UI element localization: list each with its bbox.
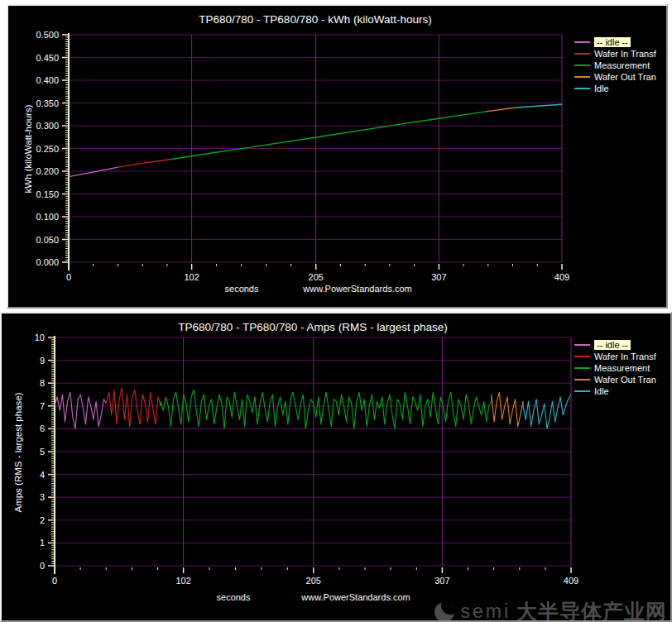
legend-label: Wafer Out Tran (594, 375, 656, 385)
legend-swatch-measurement (574, 65, 590, 66)
legend-label: Measurement (594, 60, 650, 70)
x-tick-label: 205 (306, 576, 321, 586)
powerstandards-watermark: www.PowerStandards.com (303, 284, 411, 294)
crescent-logo-icon (434, 602, 454, 622)
y-axis-ticks (48, 337, 54, 566)
legend-item-wafer-in-transf[interactable]: Wafer In Transf (574, 49, 656, 59)
legend-swatch-wafer-out (574, 76, 590, 78)
x-tick-label: 409 (554, 272, 569, 282)
y-tick-label: 0.250 (36, 144, 59, 154)
kwh-legend: -- idle -- Wafer In Transf Measurement W… (574, 37, 656, 93)
legend-swatch-wafer-in (574, 356, 590, 357)
y-tick-label: 0.300 (36, 121, 59, 131)
x-tick-label: 409 (564, 576, 578, 586)
legend-item-measurement[interactable]: Measurement (574, 60, 656, 70)
legend-label: -- idle -- (594, 340, 631, 350)
x-tick-label: 102 (175, 576, 190, 586)
legend-label: -- idle -- (594, 37, 631, 47)
y-tick-label: 10 (35, 333, 45, 342)
y-tick-label: 2 (40, 515, 45, 525)
h-gridlines (55, 337, 571, 566)
amps-legend: -- idle -- Wafer In Transf Measurement W… (574, 340, 656, 396)
logo-site-name: 大半导体产业网 (516, 598, 667, 622)
legend-swatch-measurement (574, 367, 590, 369)
series-wafer-out-tran (492, 392, 523, 426)
y-tick-label: 0.100 (36, 212, 59, 222)
screenshot-root: { "colors": { "background": "#000000", "… (0, 0, 672, 622)
y-tick-label: 7 (40, 401, 45, 411)
legend-swatch-idle (574, 344, 590, 346)
legend-label: Wafer In Transf (594, 49, 656, 59)
x-tick-label: 0 (52, 576, 57, 586)
kwh-chart-plot: 0.0000.0500.1000.1500.2000.2500.3000.350… (8, 6, 666, 307)
kwh-x-axis-label: seconds (225, 284, 259, 294)
semi-site-logo: semi 大半导体产业网 (434, 598, 667, 622)
series-idle (69, 167, 118, 177)
y-tick-label: 8 (40, 378, 45, 388)
y-tick-labels: 0.0000.0500.1000.1500.2000.2500.3000.350… (36, 30, 59, 267)
legend-swatch-idle-final (574, 390, 590, 392)
series-wafer-in-transf (118, 160, 170, 167)
kwh-chart-panel: TP680/780 - TP680/780 - kWh (kiloWatt-ho… (7, 4, 668, 309)
x-tick-label: 205 (309, 272, 324, 282)
legend-item-wafer-out-tran[interactable]: Wafer Out Tran (574, 72, 656, 82)
series-wafer-in-transf (107, 388, 161, 427)
x-tick-label: 307 (431, 272, 446, 282)
y-tick-label: 0.400 (36, 75, 59, 85)
x-tick-label: 307 (434, 576, 449, 586)
h-gridlines (69, 35, 562, 262)
y-axis-ticks (62, 35, 68, 262)
legend-label: Idle (594, 386, 609, 396)
legend-item-idle-final[interactable]: Idle (574, 386, 656, 396)
x-axis-ticks (55, 567, 571, 573)
y-tick-label: 0.150 (36, 189, 59, 199)
x-tick-label: 102 (184, 272, 199, 282)
y-tick-label: 3 (40, 492, 45, 502)
amps-chart-plot: 0123456789100102205307409 (2, 313, 670, 620)
y-tick-label: 0.500 (36, 30, 59, 40)
legend-item-measurement[interactable]: Measurement (574, 363, 656, 373)
y-tick-label: 0.200 (36, 166, 59, 176)
y-tick-label: 0 (40, 561, 45, 571)
y-tick-label: 6 (40, 423, 45, 433)
legend-item-idle-final[interactable]: Idle (574, 84, 656, 93)
amps-x-axis-label: seconds (217, 592, 251, 602)
y-tick-labels: 012345678910 (35, 333, 45, 571)
y-tick-label: 0.350 (36, 98, 59, 108)
legend-item-wafer-in-transf[interactable]: Wafer In Transf (574, 352, 656, 361)
x-axis-ticks (69, 264, 562, 270)
y-tick-label: 1 (40, 538, 45, 548)
y-tick-label: 9 (40, 356, 45, 366)
legend-swatch-idle-final (574, 88, 590, 89)
logo-brand-text: semi (460, 600, 511, 622)
legend-item-wafer-out-tran[interactable]: Wafer Out Tran (574, 375, 656, 385)
legend-swatch-wafer-out (574, 379, 590, 380)
y-tick-label: 0.450 (36, 53, 59, 63)
x-tick-label: 0 (66, 272, 71, 282)
series-wafer-out-tran (486, 108, 516, 112)
legend-item-idle-selected[interactable]: -- idle -- (574, 37, 656, 47)
legend-label: Measurement (594, 363, 650, 373)
series-idle (523, 395, 571, 428)
x-tick-labels: 0102205307409 (66, 272, 569, 282)
amps-chart-panel: TP680/780 - TP680/780 - Amps (RMS - larg… (0, 312, 672, 622)
series (69, 104, 562, 176)
series-idle (55, 392, 107, 428)
legend-swatch-idle (574, 41, 590, 43)
legend-label: Wafer Out Tran (594, 72, 656, 82)
x-tick-labels: 0102205307409 (52, 576, 578, 586)
y-tick-label: 4 (40, 470, 45, 480)
y-tick-label: 0.000 (36, 257, 59, 267)
series-idle (516, 104, 562, 108)
legend-swatch-wafer-in (574, 53, 590, 55)
legend-item-idle-selected[interactable]: -- idle -- (574, 340, 656, 350)
powerstandards-watermark: www.PowerStandards.com (301, 592, 410, 602)
legend-label: Idle (594, 84, 609, 93)
series (55, 388, 571, 429)
y-tick-label: 0.050 (36, 235, 59, 245)
legend-label: Wafer In Transf (594, 352, 656, 361)
y-tick-label: 5 (40, 447, 45, 457)
